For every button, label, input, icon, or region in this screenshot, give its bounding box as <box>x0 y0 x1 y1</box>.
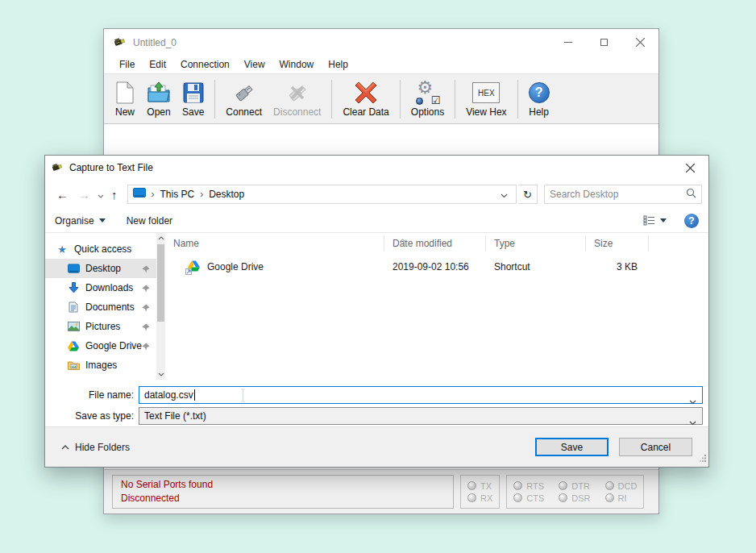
view-mode-button[interactable] <box>643 215 667 226</box>
recent-locations-chevron-icon[interactable] <box>95 187 106 202</box>
rx-indicator: RX <box>467 493 492 503</box>
pictures-icon <box>66 322 81 331</box>
breadcrumb-this-pc[interactable]: This PC <box>160 189 195 200</box>
command-bar: Organise New folder ? <box>45 209 708 233</box>
clear-data-button[interactable]: Clear Data <box>337 77 394 120</box>
address-bar[interactable]: › This PC › Desktop <box>127 185 517 204</box>
menubar: File Edit Connection View Window Help <box>104 56 658 74</box>
file-size: 3 KB <box>586 261 649 272</box>
pin-icon <box>142 284 150 295</box>
window-controls <box>550 29 658 56</box>
save-button[interactable]: Save <box>177 77 210 120</box>
file-name: Google Drive <box>207 261 264 272</box>
menu-file[interactable]: File <box>112 59 142 70</box>
search-box[interactable] <box>544 185 702 204</box>
ri-indicator: RI <box>605 493 638 503</box>
maximize-icon <box>600 39 608 46</box>
dsr-indicator: DSR <box>559 493 590 503</box>
save-dialog-button[interactable]: Save <box>535 438 609 456</box>
connect-button[interactable]: Connect <box>220 77 268 120</box>
menu-help[interactable]: Help <box>321 59 355 70</box>
coolterm-dialog-icon <box>52 160 64 175</box>
details-view-icon <box>643 215 655 226</box>
hide-folders-button[interactable]: Hide Folders <box>61 442 130 453</box>
open-button[interactable]: Open <box>141 77 177 120</box>
scroll-down-icon[interactable] <box>156 369 165 380</box>
sidebar-item-desktop[interactable]: Desktop <box>45 259 156 278</box>
dsr-led-icon <box>559 493 567 502</box>
dialog-navbar: ← → ↑ › This PC › Desktop ↻ <box>45 180 708 209</box>
dtr-indicator: DTR <box>559 481 590 491</box>
save-floppy-icon <box>183 80 204 106</box>
status-line-ports: No Serial Ports found <box>121 478 445 492</box>
navigation-pane: ★ Quick access Desktop Downloads <box>45 233 156 380</box>
desktop-icon <box>66 264 81 274</box>
dialog-content: ★ Quick access Desktop Downloads <box>45 233 708 380</box>
forward-button[interactable]: → <box>73 188 95 202</box>
scrollbar-thumb[interactable] <box>157 244 164 322</box>
text-caret <box>194 389 195 401</box>
new-button[interactable]: New <box>109 77 141 120</box>
maximize-button[interactable] <box>586 29 622 56</box>
file-name-dropdown-icon[interactable] <box>689 393 696 408</box>
sidebar-item-documents[interactable]: Documents <box>45 297 156 317</box>
sidebar-item-images[interactable]: Images <box>45 356 156 375</box>
txrx-led-box: TX RX <box>460 475 500 509</box>
address-dropdown-chevron-icon[interactable] <box>497 187 511 202</box>
file-name-label: File name: <box>45 389 139 401</box>
menu-edit[interactable]: Edit <box>142 59 173 70</box>
resize-grip[interactable] <box>700 451 707 465</box>
menu-window[interactable]: Window <box>272 59 322 70</box>
menu-connection[interactable]: Connection <box>173 59 237 70</box>
clear-data-x-icon <box>355 80 377 106</box>
help-button[interactable]: ? Help <box>523 77 555 120</box>
rts-indicator: RTS <box>513 481 544 491</box>
breadcrumb-desktop[interactable]: Desktop <box>209 189 244 200</box>
dcd-led-icon <box>605 481 614 490</box>
documents-icon <box>66 301 81 313</box>
dialog-help-button[interactable]: ? <box>684 214 699 228</box>
options-button[interactable]: ⚙ ☑ Options <box>405 77 450 120</box>
close-icon <box>686 164 695 173</box>
sidebar-item-downloads[interactable]: Downloads <box>45 278 156 297</box>
column-headers: Name Date modified Type Size <box>165 233 708 254</box>
pin-icon <box>142 303 150 314</box>
app-titlebar: Untitled_0 <box>104 29 658 56</box>
column-header-size[interactable]: Size <box>586 235 649 252</box>
sidebar-item-pictures[interactable]: Pictures <box>45 317 156 336</box>
column-header-type[interactable]: Type <box>486 235 586 252</box>
menu-view[interactable]: View <box>237 59 272 70</box>
dialog-bottom-bar: Hide Folders Save Cancel <box>45 426 708 467</box>
minimize-button[interactable] <box>550 29 586 56</box>
column-header-name[interactable]: Name <box>165 235 384 252</box>
save-as-type-select[interactable]: Text File (*.txt) <box>139 407 703 425</box>
scroll-up-icon[interactable] <box>156 233 165 243</box>
close-button[interactable] <box>622 29 658 56</box>
desktop-location-icon <box>133 187 146 202</box>
images-folder-icon <box>66 360 81 370</box>
view-hex-button[interactable]: HEX View Hex <box>460 77 512 120</box>
google-drive-icon <box>66 341 81 351</box>
dtr-led-icon <box>559 481 567 490</box>
chevron-up-icon <box>61 445 69 450</box>
refresh-button[interactable]: ↻ <box>518 185 538 204</box>
back-button[interactable]: ← <box>52 188 73 202</box>
new-folder-button[interactable]: New folder <box>127 215 172 227</box>
file-list: Name Date modified Type Size Google Driv… <box>165 233 708 380</box>
up-button[interactable]: ↑ <box>106 188 123 202</box>
dialog-close-button[interactable] <box>672 156 708 180</box>
search-input[interactable] <box>550 189 686 200</box>
help-icon: ? <box>529 80 550 106</box>
cancel-dialog-button[interactable]: Cancel <box>619 438 692 456</box>
sidebar-scrollbar[interactable] <box>156 233 165 380</box>
search-icon <box>686 187 696 202</box>
disconnect-button[interactable]: Disconnect <box>268 77 326 120</box>
file-row-google-drive[interactable]: Google Drive 2019-09-02 10:56 Shortcut 3… <box>165 257 708 276</box>
sidebar-item-quick-access[interactable]: ★ Quick access <box>45 239 156 259</box>
cts-led-icon <box>513 493 522 502</box>
file-name-input[interactable]: datalog.csv <box>139 386 703 404</box>
ri-led-icon <box>605 493 614 502</box>
sidebar-item-google-drive[interactable]: Google Drive <box>45 336 156 356</box>
organise-button[interactable]: Organise <box>55 215 106 227</box>
breadcrumb-separator: › <box>200 189 203 200</box>
